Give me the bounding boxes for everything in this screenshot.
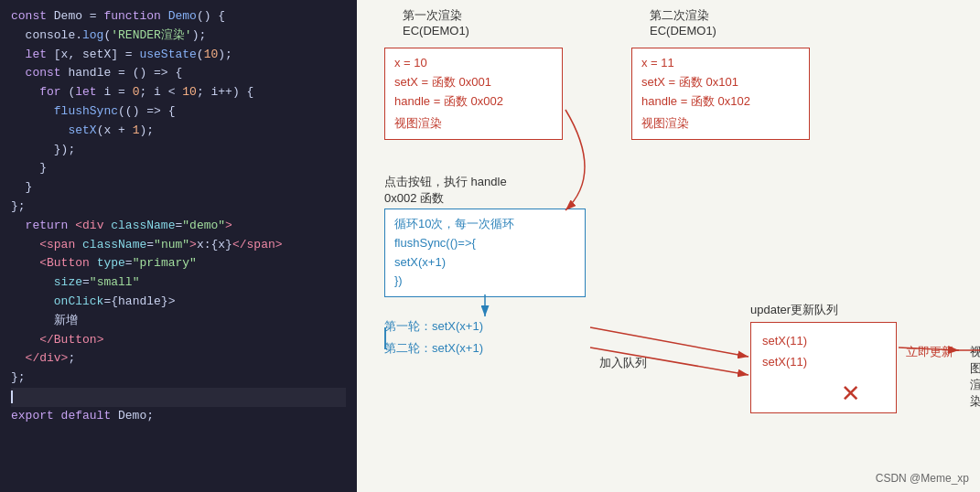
updater-box: setX(11) setX(11): [750, 322, 897, 413]
code-line-20: </div>;: [11, 349, 346, 369]
code-line-2: console.log('RENDER渲染');: [11, 27, 346, 46]
code-line-23: export default Demo;: [11, 407, 346, 426]
view-render-label: 视图渲染: [970, 344, 980, 410]
loop-box: 循环10次，每一次循环 flushSync(()=>{ setX(x+1) }): [384, 209, 586, 297]
round1-label: 第一轮：setX(x+1): [384, 318, 483, 335]
code-line-12: };: [11, 198, 346, 217]
watermark: CSDN @Meme_xp: [876, 472, 969, 485]
second-render-label: 第二次渲染 EC(DEMO1): [650, 7, 716, 37]
code-line-3: let [x, setX] = useState(10);: [11, 46, 346, 65]
code-line-5: const handle = () => {: [11, 64, 346, 83]
code-line-9: });: [11, 141, 346, 160]
immediate-update-label: 立即更新: [906, 344, 953, 360]
code-line-1: const Demo = function Demo() {: [11, 7, 346, 27]
code-line-16: size="small": [11, 273, 346, 293]
code-line-18: 新增: [11, 312, 346, 331]
code-line-17: onClick={handle}>: [11, 293, 346, 312]
main-container: const Demo = function Demo() { console.l…: [0, 0, 980, 492]
code-line-14: <span className="num">x:{x}</span>: [11, 236, 346, 255]
x-mark: ✕: [842, 380, 859, 409]
round2-label: 第二轮：setX(x+1): [384, 340, 483, 357]
code-panel: const Demo = function Demo() { console.l…: [0, 0, 357, 492]
code-line-7: flushSync(() => {: [11, 102, 346, 122]
join-queue-label: 加入队列: [599, 355, 647, 371]
code-line-11: }: [11, 178, 346, 198]
code-line-15: <Button type="primary": [11, 254, 346, 273]
first-render-label: 第一次渲染 EC(DEMO1): [403, 7, 469, 37]
cursor-line: [11, 388, 346, 407]
code-line-6: for (let i = 0; i < 10; i++) {: [11, 83, 346, 102]
click-label: 点击按钮，执行 handle 0x002 函数: [384, 174, 507, 207]
second-render-box: x = 11 setX = 函数 0x101 handle = 函数 0x102…: [631, 48, 810, 140]
first-render-box: x = 10 setX = 函数 0x001 handle = 函数 0x002…: [384, 48, 563, 140]
code-line-19: </Button>: [11, 331, 346, 350]
code-line-10: }: [11, 159, 346, 178]
code-line-8: setX(x + 1);: [11, 122, 346, 141]
code-line-21: };: [11, 369, 346, 388]
diagram-panel: 第一次渲染 EC(DEMO1) 第二次渲染 EC(DEMO1) x = 10 s…: [357, 0, 980, 492]
code-line-13: return <div className="demo">: [11, 217, 346, 236]
updater-label: updater更新队列: [750, 302, 838, 318]
